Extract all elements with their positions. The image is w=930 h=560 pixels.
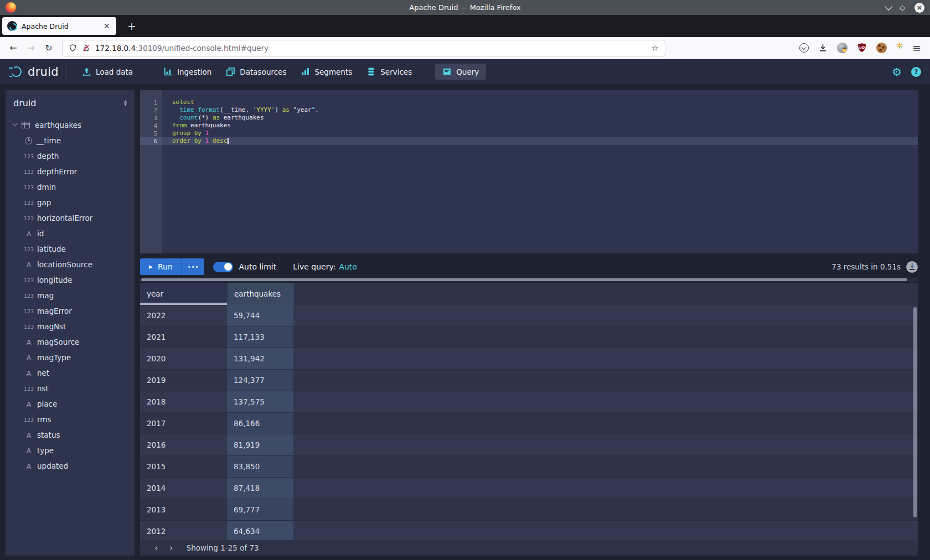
run-toolbar: ▶ Run ••• Auto limit Live query: Auto 73… (140, 257, 918, 277)
number-type-icon: 123 (22, 277, 35, 283)
column-item-latitude[interactable]: 123latitude (6, 241, 135, 257)
cell-earthquakes[interactable]: 64,634 (227, 521, 293, 540)
ublock-origin-icon[interactable]: uO (857, 43, 867, 53)
cell-earthquakes[interactable]: 69,777 (227, 499, 293, 520)
nav-item-segments[interactable]: Segments (293, 64, 359, 80)
cell-earthquakes[interactable]: 86,166 (227, 413, 293, 434)
cell-year[interactable]: 2013 (140, 499, 227, 520)
cell-year[interactable]: 2017 (140, 413, 227, 434)
sort-columns-icon[interactable]: ▲▼ (124, 100, 127, 106)
column-item-__time[interactable]: __time (6, 133, 135, 148)
auto-limit-toggle[interactable] (213, 262, 233, 272)
reload-icon[interactable]: ↻ (41, 43, 56, 53)
column-item-horizontalError[interactable]: 123horizontalError (6, 210, 135, 226)
column-item-mag[interactable]: 123mag (6, 288, 135, 303)
column-header-earthquakes[interactable]: earthquakes (228, 283, 294, 305)
cell-earthquakes[interactable]: 59,744 (227, 305, 293, 326)
new-tab-button[interactable]: + (124, 20, 140, 32)
nav-item-ingestion[interactable]: Ingestion (156, 64, 219, 80)
cookie-extension-icon[interactable] (876, 43, 887, 53)
cell-year[interactable]: 2018 (140, 391, 227, 412)
cell-earthquakes[interactable]: 117,133 (227, 326, 293, 348)
druid-favicon-icon (7, 21, 17, 31)
column-item-nst[interactable]: 123nst (6, 381, 135, 396)
pocket-icon[interactable] (799, 43, 809, 53)
account-extension-icon[interactable] (837, 43, 848, 53)
horizontal-scrollbar[interactable] (140, 278, 918, 282)
brand-name: druid (28, 65, 59, 79)
help-icon[interactable]: ? (911, 67, 921, 77)
chevron-down-icon[interactable] (13, 121, 18, 126)
cell-year[interactable]: 2021 (140, 326, 227, 348)
column-item-gap[interactable]: 123gap (6, 195, 135, 210)
menu-icon[interactable]: ≡ (912, 43, 921, 53)
forward-icon[interactable]: → (23, 43, 39, 53)
nav-item-query[interactable]: Query (435, 64, 486, 80)
cell-earthquakes[interactable]: 81,919 (227, 434, 293, 455)
previous-page-icon[interactable]: ‹ (149, 543, 164, 553)
cell-year[interactable]: 2019 (140, 370, 227, 391)
next-page-icon[interactable]: › (164, 543, 179, 553)
downloads-icon[interactable] (818, 43, 828, 53)
run-more-button[interactable]: ••• (182, 258, 205, 275)
sql-editor[interactable]: 123456 select time_format(__time, 'YYYY'… (140, 90, 918, 253)
cell-earthquakes[interactable]: 137,575 (227, 391, 293, 412)
column-item-dmin[interactable]: 123dmin (6, 179, 135, 195)
string-type-icon: A (22, 369, 35, 377)
extension-asterisk-icon[interactable]: * (896, 43, 903, 53)
cell-year[interactable]: 2022 (140, 305, 227, 326)
nav-item-datasources[interactable]: Datasources (219, 64, 293, 80)
nav-item-label: Ingestion (177, 68, 211, 76)
column-item-type[interactable]: Atype (6, 443, 135, 458)
column-item-longitude[interactable]: 123longitude (6, 272, 135, 288)
cell-earthquakes[interactable]: 87,418 (227, 478, 293, 499)
cell-earthquakes[interactable]: 124,377 (227, 370, 293, 391)
datasource-item-earthquakes[interactable]: earthquakes (6, 117, 135, 133)
column-item-net[interactable]: Anet (6, 365, 135, 381)
column-item-magNst[interactable]: 123magNst (6, 319, 135, 334)
cell-earthquakes[interactable]: 131,942 (227, 348, 293, 369)
nav-item-services[interactable]: Services (359, 64, 419, 80)
column-item-place[interactable]: Aplace (6, 396, 135, 412)
column-item-magSource[interactable]: AmagSource (6, 334, 135, 350)
shield-icon[interactable] (69, 44, 77, 53)
cell-year[interactable]: 2020 (140, 348, 227, 369)
column-item-locationSource[interactable]: AlocationSource (6, 257, 135, 272)
run-button[interactable]: ▶ Run (140, 258, 182, 275)
cell-earthquakes[interactable]: 83,850 (227, 456, 293, 477)
url-bar[interactable]: 172.18.0.4:30109/unified-console.html#qu… (62, 40, 665, 56)
cell-year[interactable]: 2015 (140, 456, 227, 477)
editor-code[interactable]: select time_format(__time, 'YYYY') as "y… (162, 90, 918, 253)
cell-year[interactable]: 2012 (140, 521, 227, 540)
line-number: 3 (140, 114, 162, 122)
column-item-id[interactable]: Aid (6, 226, 135, 241)
tab-apache-druid[interactable]: Apache Druid × (2, 17, 116, 35)
schema-title[interactable]: druid (13, 98, 36, 108)
live-query-value[interactable]: Auto (339, 262, 357, 271)
vertical-scrollbar-thumb[interactable] (913, 307, 917, 517)
bookmark-star-icon[interactable]: ☆ (652, 43, 659, 53)
column-item-depth[interactable]: 123depth (6, 148, 135, 164)
tab-close-icon[interactable]: × (102, 21, 111, 31)
download-results-icon[interactable]: ↓ (906, 261, 918, 273)
horizontal-scrollbar-thumb[interactable] (141, 278, 907, 281)
settings-gear-icon[interactable]: ⚙ (892, 66, 902, 77)
minimize-icon[interactable] (885, 2, 892, 10)
column-item-magType[interactable]: AmagType (6, 350, 135, 365)
lock-disabled-icon[interactable] (82, 44, 90, 53)
string-type-icon: A (22, 261, 35, 269)
column-header-year[interactable]: year (140, 283, 227, 305)
number-type-icon: 123 (22, 200, 35, 206)
column-item-status[interactable]: Astatus (6, 427, 135, 443)
nav-item-load-data[interactable]: Load data (75, 64, 140, 80)
cell-year[interactable]: 2016 (140, 434, 227, 455)
column-item-magError[interactable]: 123magError (6, 303, 135, 319)
cell-year[interactable]: 2014 (140, 478, 227, 499)
maximize-icon[interactable]: ◇ (900, 4, 905, 11)
druid-brand[interactable]: druid (9, 65, 59, 79)
column-item-updated[interactable]: Aupdated (6, 458, 135, 474)
back-icon[interactable]: ← (6, 43, 21, 53)
column-item-depthError[interactable]: 123depthError (6, 164, 135, 179)
close-icon[interactable]: × (914, 3, 924, 13)
column-item-rms[interactable]: 123rms (6, 412, 135, 427)
